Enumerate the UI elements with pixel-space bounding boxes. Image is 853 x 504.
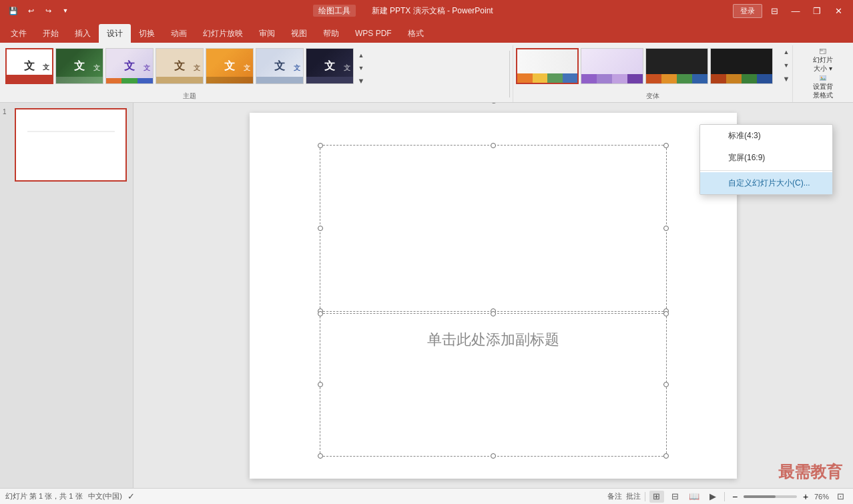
quick-access-toolbar: 💾 ↩ ↪ ▼ — [5, 3, 73, 18]
bg-format-icon — [814, 75, 832, 81]
variants-scroll-up[interactable]: ▲ — [782, 47, 791, 57]
redo-button[interactable]: ↪ — [40, 3, 56, 18]
tab-help[interactable]: 帮助 — [315, 24, 347, 43]
slide-sorter-button[interactable]: ⊟ — [668, 491, 683, 503]
zoom-out-button[interactable]: − — [729, 491, 741, 503]
themes-section-label: 主题 — [3, 91, 376, 101]
tab-slideshow[interactable]: 幻灯片放映 — [195, 24, 251, 43]
tab-review[interactable]: 审阅 — [251, 24, 283, 43]
themes-grid: 文 文 文 文 文 文 文 — [5, 48, 354, 84]
variant-4[interactable] — [710, 48, 773, 84]
handle-top-center[interactable] — [491, 143, 496, 148]
tab-view[interactable]: 视图 — [283, 24, 315, 43]
ribbon-collapse-button[interactable]: ⊟ — [765, 3, 784, 18]
quick-access-group: 💾 ↩ ↪ ▼ — [5, 3, 73, 18]
status-right: 备注 批注 ⊞ ⊟ 📖 ▶ − + 76% ⊡ — [607, 491, 848, 503]
tab-animations[interactable]: 动画 — [163, 24, 195, 43]
theme-tan[interactable]: 文 文 — [156, 48, 204, 84]
sub-handle-top-right[interactable] — [663, 311, 669, 316]
bg-format-label: 设置背景格式 — [813, 82, 833, 99]
customize-quick-access-button[interactable]: ▼ — [57, 3, 73, 18]
sub-handle-bottom-center[interactable] — [491, 453, 496, 459]
handle-top-right[interactable] — [663, 143, 669, 148]
normal-view-button[interactable]: ⊞ — [649, 491, 664, 503]
slide-size-button[interactable]: 幻灯片大小 ▾ — [796, 49, 850, 73]
theme-frame[interactable]: 文 文 — [5, 48, 53, 84]
status-left: 幻灯片 第 1 张，共 1 张 中文(中国) ✓ — [5, 491, 135, 501]
zoom-controls: − + 76% — [729, 491, 829, 503]
reading-view-button[interactable]: 📖 — [687, 491, 701, 503]
title-textbox[interactable] — [320, 145, 667, 312]
drawing-tools-label: 绘图工具 — [313, 5, 356, 17]
dropdown-item-widescreen[interactable]: 宽屏(16:9) — [700, 147, 832, 169]
slide-size-icon — [814, 49, 832, 54]
bg-format-button[interactable]: 设置背景格式 — [796, 75, 850, 99]
status-bar: 幻灯片 第 1 张，共 1 张 中文(中国) ✓ 备注 批注 ⊞ ⊟ 📖 ▶ −… — [0, 488, 853, 504]
variants-grid — [516, 48, 790, 84]
handle-mid-right[interactable] — [663, 226, 669, 231]
sub-handle-bottom-left[interactable] — [318, 453, 323, 459]
handle-top-left[interactable] — [318, 143, 323, 148]
close-button[interactable]: ✕ — [829, 3, 848, 18]
sub-handle-mid-left[interactable] — [318, 382, 323, 387]
theme-green[interactable]: 文 文 — [55, 48, 103, 84]
dropdown-item-standard[interactable]: 标准(4:3) — [700, 125, 832, 147]
slideshow-button[interactable]: ▶ — [705, 491, 720, 503]
size-dropdown: 标准(4:3) 宽屏(16:9) 自定义幻灯片大小(C)... — [699, 124, 833, 195]
restore-button[interactable]: ❐ — [808, 3, 826, 18]
slide-size-label: 幻灯片大小 ▾ — [813, 55, 833, 73]
theme-fade[interactable]: 文 文 — [256, 48, 304, 84]
dropdown-item-custom[interactable]: 自定义幻灯片大小(C)... — [700, 172, 832, 194]
sub-handle-mid-right[interactable] — [663, 382, 669, 387]
variants-section-label: 变体 — [513, 91, 792, 101]
theme-dark[interactable]: 文 文 — [306, 48, 354, 84]
tab-home[interactable]: 开始 — [35, 24, 67, 43]
spell-check-icon[interactable]: ✓ — [127, 491, 135, 501]
section-separator-1 — [509, 51, 510, 97]
title-bar: 💾 ↩ ↪ ▼ 绘图工具 新建 PPTX 演示文稿 - PowerPoint 登… — [0, 0, 853, 21]
variant-3[interactable] — [645, 48, 708, 84]
slide-number: 1 — [3, 108, 9, 115]
svg-rect-4 — [820, 75, 826, 80]
sub-handle-top-left[interactable] — [318, 311, 323, 316]
slide-count-label: 幻灯片 第 1 张，共 1 张 — [5, 491, 83, 501]
notes-label[interactable]: 备注 — [607, 491, 622, 501]
handle-mid-left[interactable] — [318, 226, 323, 231]
status-separator-2 — [724, 492, 725, 501]
comments-label[interactable]: 批注 — [626, 491, 641, 501]
themes-scroll-down[interactable]: ▼ — [356, 63, 366, 73]
status-separator-1 — [645, 492, 645, 501]
rotate-icon[interactable]: ↻ — [489, 103, 499, 107]
tab-insert[interactable]: 插入 — [67, 24, 99, 43]
variants-expand[interactable]: ▼ — [782, 74, 791, 83]
variant-2[interactable] — [581, 48, 643, 84]
standard-label: 标准(4:3) — [728, 130, 761, 142]
variant-1[interactable] — [516, 48, 579, 84]
tab-transitions[interactable]: 切换 — [131, 24, 163, 43]
variants-scroll-arrows: ▲ ▼ ▼ — [782, 45, 791, 85]
login-button[interactable]: 登录 — [733, 4, 762, 18]
themes-scroll-up[interactable]: ▲ — [356, 51, 366, 60]
subtitle-textbox[interactable]: 单击此处添加副标题 — [320, 313, 667, 457]
window-title: 绘图工具 新建 PPTX 演示文稿 - PowerPoint — [73, 5, 733, 17]
slide-thumbnail[interactable] — [15, 108, 127, 182]
variants-scroll-down[interactable]: ▼ — [782, 61, 791, 70]
fit-to-window-button[interactable]: ⊡ — [833, 491, 848, 503]
tab-design[interactable]: 设计 — [99, 24, 131, 43]
theme-orange[interactable]: 文 文 — [206, 48, 254, 84]
save-button[interactable]: 💾 — [5, 3, 21, 18]
slide-canvas[interactable]: ↻ — [250, 113, 737, 479]
sub-handle-bottom-right[interactable] — [663, 453, 669, 459]
undo-button[interactable]: ↩ — [23, 3, 39, 18]
custom-label: 自定义幻灯片大小(C)... — [728, 178, 810, 189]
zoom-in-button[interactable]: + — [800, 491, 812, 503]
sub-handle-top-center[interactable] — [491, 311, 496, 316]
zoom-slider[interactable] — [744, 495, 797, 498]
tab-wpspdf[interactable]: WPS PDF — [347, 24, 400, 43]
window-controls: 登录 ⊟ — ❐ ✕ — [733, 3, 848, 18]
themes-expand[interactable]: ▼ — [356, 76, 366, 85]
minimize-button[interactable]: — — [786, 3, 805, 18]
tab-format[interactable]: 格式 — [400, 24, 432, 43]
theme-colorful[interactable]: 文 文 — [105, 48, 154, 84]
tab-file[interactable]: 文件 — [3, 24, 35, 43]
